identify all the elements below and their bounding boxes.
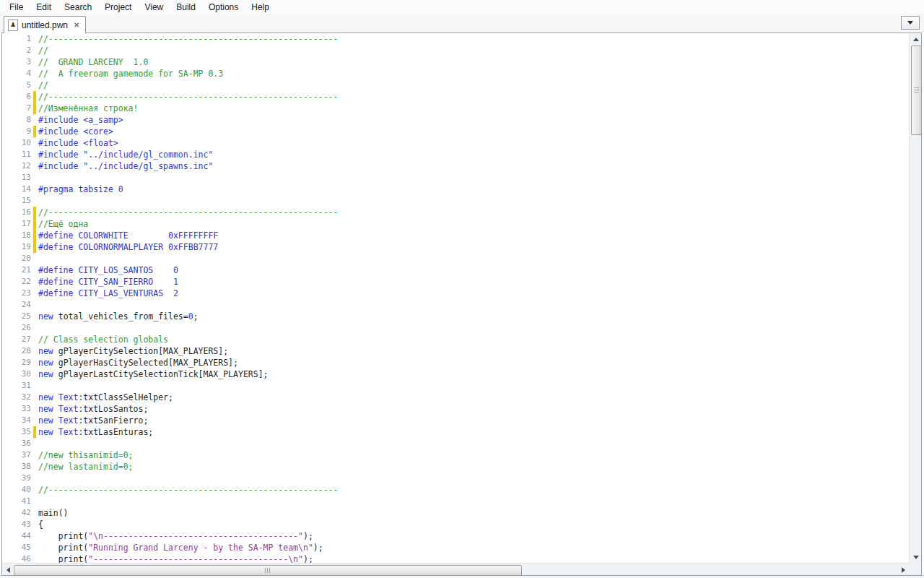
line-number: 18	[2, 230, 31, 241]
line-number: 36	[2, 438, 31, 449]
line-number: 37	[2, 449, 31, 461]
menu-item-options[interactable]: Options	[202, 1, 245, 14]
line-number: 45	[2, 542, 31, 553]
chevron-down-icon	[907, 21, 913, 25]
line-marker-slot	[33, 149, 36, 160]
menu-item-search[interactable]: Search	[58, 1, 98, 14]
scroll-left-button[interactable]	[2, 564, 14, 576]
code-text: //--------------------------------------…	[38, 484, 338, 496]
code-line: 26	[2, 322, 909, 334]
line-number: 26	[2, 322, 31, 334]
menu-item-view[interactable]: View	[138, 1, 170, 14]
line-number: 46	[2, 553, 31, 563]
menu-item-file[interactable]: File	[3, 1, 30, 14]
code-text: //--------------------------------------…	[38, 207, 338, 218]
line-marker-slot	[33, 392, 36, 403]
scroll-right-button[interactable]	[897, 564, 909, 576]
code-line: 17//Ещё одна	[2, 218, 909, 230]
code-text: #define CITY_LAS_VENTURAS 2	[38, 288, 178, 299]
line-number: 3	[2, 56, 31, 68]
line-marker-slot	[33, 530, 36, 542]
line-marker-slot	[33, 542, 36, 553]
code-text: //Изменённая строка!	[38, 103, 138, 114]
code-line: 22#define CITY_SAN_FIERRO 1	[2, 276, 909, 288]
line-marker-slot	[33, 496, 36, 507]
code-text: #pragma tabsize 0	[38, 184, 123, 195]
horizontal-scrollbar[interactable]	[2, 563, 909, 575]
modified-line-marker	[33, 426, 36, 438]
code-area[interactable]: 1//-------------------------------------…	[2, 33, 909, 563]
line-number: 4	[2, 68, 31, 79]
modified-line-marker	[33, 207, 36, 218]
code-line: 24	[2, 299, 909, 311]
line-marker-slot	[33, 311, 36, 322]
line-marker-slot	[33, 380, 36, 392]
code-line: 39	[2, 473, 909, 484]
line-number: 22	[2, 276, 31, 288]
modified-line-marker	[33, 126, 36, 137]
code-line: 45 print("Running Grand Larceny - by the…	[2, 542, 909, 553]
line-number: 25	[2, 311, 31, 322]
code-text: //--------------------------------------…	[38, 33, 338, 45]
scroll-up-arrow-icon	[913, 38, 919, 41]
code-line: 13	[2, 172, 909, 184]
code-line: 6//-------------------------------------…	[2, 91, 909, 103]
line-marker-slot	[33, 264, 36, 276]
code-line: 9#include <core>	[2, 126, 909, 137]
line-marker-slot	[33, 68, 36, 79]
vertical-scrollbar[interactable]	[909, 33, 921, 563]
code-line: 44 print("\n----------------------------…	[2, 530, 909, 542]
code-line: 23#define CITY_LAS_VENTURAS 2	[2, 288, 909, 299]
menu-item-edit[interactable]: Edit	[30, 1, 58, 14]
code-line: 12#include "../include/gl_spawns.inc"	[2, 160, 909, 172]
thumb-grip-icon	[914, 87, 919, 93]
pwn-file-icon: ♟	[8, 20, 18, 31]
line-number: 31	[2, 380, 31, 392]
editor-frame: 1//-------------------------------------…	[1, 33, 922, 576]
code-text: #include <core>	[38, 126, 113, 137]
line-marker-slot	[33, 334, 36, 345]
tab-untitled-pwn[interactable]: ♟ untitled.pwn ✕	[4, 16, 86, 33]
line-marker-slot	[33, 322, 36, 334]
code-line: 27// Class selection globals	[2, 334, 909, 345]
code-line: 10#include <float>	[2, 137, 909, 149]
line-marker-slot	[33, 438, 36, 449]
menu-item-help[interactable]: Help	[245, 1, 276, 14]
line-number: 12	[2, 160, 31, 172]
line-marker-slot	[33, 195, 36, 207]
code-text: new Text:txtLosSantos;	[38, 403, 148, 415]
code-line: 19#define COLORNORMALPLAYER 0xFFBB7777	[2, 241, 909, 253]
code-line: 3// GRAND LARCENY 1.0	[2, 56, 909, 68]
line-marker-slot	[33, 345, 36, 357]
scroll-up-button[interactable]	[910, 33, 922, 45]
code-line: 8#include <a_samp>	[2, 114, 909, 126]
vertical-scrollbar-thumb[interactable]	[911, 46, 922, 135]
code-line: 7//Изменённая строка!	[2, 103, 909, 114]
code-line: 40//------------------------------------…	[2, 484, 909, 496]
scroll-left-arrow-icon	[6, 567, 10, 573]
modified-line-marker	[33, 91, 36, 103]
line-number: 34	[2, 415, 31, 426]
menu-item-build[interactable]: Build	[170, 1, 202, 14]
code-text: #include <float>	[38, 137, 118, 149]
code-text: new gPlayerCitySelection[MAX_PLAYERS];	[38, 345, 228, 357]
line-number: 8	[2, 114, 31, 126]
scroll-down-button[interactable]	[910, 551, 922, 563]
line-number: 23	[2, 288, 31, 299]
line-marker-slot	[33, 114, 36, 126]
line-number: 15	[2, 195, 31, 207]
menu-item-project[interactable]: Project	[98, 1, 138, 14]
code-line: 2//	[2, 45, 909, 56]
line-number: 16	[2, 207, 31, 218]
tab-close-icon[interactable]: ✕	[74, 22, 79, 29]
code-text: //new lastanimid=0;	[38, 461, 134, 473]
horizontal-scrollbar-thumb[interactable]	[14, 565, 522, 576]
code-line: 37//new thisanimid=0;	[2, 449, 909, 461]
line-marker-slot	[33, 368, 36, 380]
tab-list-dropdown-button[interactable]	[901, 16, 920, 30]
line-number: 10	[2, 137, 31, 149]
tabbar: ♟ untitled.pwn ✕	[0, 14, 924, 33]
thumb-grip-icon	[265, 568, 271, 573]
code-line: 5//	[2, 79, 909, 91]
scroll-right-arrow-icon	[902, 567, 905, 573]
